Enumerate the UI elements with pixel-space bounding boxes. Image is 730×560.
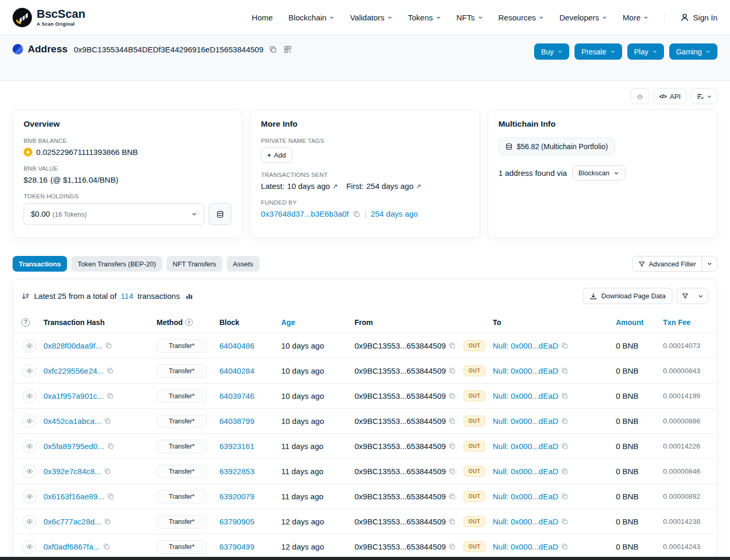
tab-nft-transfers[interactable]: NFT Transfers: [167, 256, 223, 272]
to-address-link[interactable]: Null: 0x000...dEaD: [493, 492, 558, 501]
to-address-link[interactable]: Null: 0x000...dEaD: [493, 467, 558, 476]
favorite-button[interactable]: ☆: [631, 88, 649, 104]
block-number-link[interactable]: 63920079: [219, 492, 255, 501]
copy-icon[interactable]: [561, 367, 568, 374]
method-badge[interactable]: Transfer*: [157, 490, 207, 503]
funded-by-address-link[interactable]: 0x37648d37...b3E6b3a0f: [261, 209, 349, 218]
tab-token-transfers-bep-20[interactable]: Token Transfers (BEP-20): [71, 256, 162, 272]
block-number-link[interactable]: 63790905: [219, 517, 255, 526]
to-address-link[interactable]: Null: 0x000...dEaD: [493, 442, 558, 451]
transaction-hash-link[interactable]: 0xa1f957a901c...: [43, 391, 104, 400]
advanced-filter-button[interactable]: Advanced Filter: [632, 256, 717, 272]
block-number-link[interactable]: 64038799: [219, 417, 255, 425]
transaction-hash-link[interactable]: 0x392e7c84c8...: [43, 467, 101, 476]
gaming-button[interactable]: Gaming: [669, 43, 717, 60]
method-badge[interactable]: Transfer*: [157, 465, 207, 478]
preview-transaction-button[interactable]: [23, 415, 36, 428]
method-badge[interactable]: Transfer*: [157, 339, 207, 353]
copy-icon[interactable]: [107, 443, 114, 450]
copy-icon[interactable]: [107, 493, 114, 500]
copy-icon[interactable]: [449, 468, 456, 475]
presale-button[interactable]: Presale: [574, 43, 622, 60]
copy-icon[interactable]: [107, 393, 114, 399]
preview-transaction-button[interactable]: [23, 389, 36, 403]
copy-icon[interactable]: [449, 367, 456, 374]
nav-item-tokens[interactable]: Tokens: [408, 13, 441, 22]
tab-assets[interactable]: Assets: [227, 256, 260, 272]
download-page-data-button[interactable]: Download Page Data: [583, 288, 672, 304]
preview-transaction-button[interactable]: [23, 515, 36, 529]
to-address-link[interactable]: Null: 0x000...dEaD: [493, 366, 558, 375]
method-info-icon[interactable]: ?: [185, 319, 193, 326]
funded-by-age-link[interactable]: 254 days ago: [371, 209, 418, 218]
to-address-link[interactable]: Null: 0x000...dEaD: [493, 417, 558, 425]
copy-icon[interactable]: [104, 518, 111, 525]
copy-icon[interactable]: [449, 443, 456, 450]
blockscan-dropdown[interactable]: Blockscan: [572, 165, 625, 181]
multichain-portfolio-button[interactable]: $56.82 (Multichain Portfolio): [499, 138, 615, 155]
copy-icon[interactable]: [104, 418, 111, 424]
copy-address-icon[interactable]: [268, 44, 278, 54]
block-number-link[interactable]: 63923161: [219, 442, 255, 451]
preview-transaction-button[interactable]: [23, 540, 36, 554]
copy-icon[interactable]: [449, 543, 456, 550]
method-badge[interactable]: Transfer*: [157, 415, 207, 428]
first-transaction-link[interactable]: First: 254 days ago ↗: [346, 182, 421, 191]
table-filter-button[interactable]: [677, 288, 709, 304]
chart-view-button[interactable]: [184, 290, 195, 301]
transaction-hash-link[interactable]: 0x828f00daa9f...: [43, 341, 102, 350]
wallet-button[interactable]: [208, 203, 231, 225]
method-badge[interactable]: Transfer*: [157, 540, 207, 554]
view-options-button[interactable]: [691, 88, 717, 104]
nav-item-developers[interactable]: Developers: [559, 13, 607, 22]
transaction-hash-link[interactable]: 0xf0adf6867fa...: [43, 542, 100, 551]
block-number-link[interactable]: 64040486: [219, 341, 255, 350]
copy-icon[interactable]: [561, 468, 568, 475]
to-address-link[interactable]: Null: 0x000...dEaD: [493, 391, 558, 400]
block-number-link[interactable]: 64039746: [219, 391, 255, 400]
sort-icon[interactable]: [21, 292, 30, 300]
copy-icon[interactable]: [561, 518, 568, 525]
column-txn-fee-toggle[interactable]: Txn Fee: [663, 318, 709, 327]
qr-code-icon[interactable]: [283, 44, 293, 54]
nav-item-nfts[interactable]: NFTs: [457, 13, 483, 22]
method-badge[interactable]: Transfer*: [157, 364, 207, 378]
nav-item-home[interactable]: Home: [252, 13, 273, 22]
copy-icon[interactable]: [561, 342, 568, 349]
nav-item-blockchain[interactable]: Blockchain: [289, 13, 335, 22]
tab-transactions[interactable]: Transactions: [13, 256, 67, 272]
transaction-hash-link[interactable]: 0x5fa89795ed0...: [43, 442, 104, 451]
copy-icon[interactable]: [561, 493, 568, 500]
block-number-link[interactable]: 64040284: [219, 366, 255, 375]
copy-icon[interactable]: [449, 393, 456, 399]
copy-icon[interactable]: [449, 518, 456, 525]
copy-icon[interactable]: [561, 443, 568, 450]
copy-icon[interactable]: [104, 468, 111, 475]
copy-icon[interactable]: [449, 418, 456, 424]
block-number-link[interactable]: 63790499: [219, 542, 255, 551]
transaction-count-link[interactable]: 114: [121, 292, 134, 300]
block-number-link[interactable]: 63922853: [219, 467, 255, 476]
nav-item-validators[interactable]: Validators: [350, 13, 392, 22]
copy-icon[interactable]: [561, 543, 568, 550]
advanced-filter-caret[interactable]: [702, 256, 717, 271]
copy-icon[interactable]: [449, 342, 456, 349]
method-badge[interactable]: Transfer*: [157, 389, 207, 403]
help-icon[interactable]: ?: [21, 318, 30, 327]
latest-transaction-link[interactable]: Latest: 10 days ago ↗: [261, 182, 338, 191]
copy-icon[interactable]: [561, 418, 568, 424]
to-address-link[interactable]: Null: 0x000...dEaD: [493, 517, 558, 526]
copy-icon[interactable]: [353, 210, 360, 218]
token-holdings-select[interactable]: $0.00(16 Tokens): [24, 203, 204, 225]
to-address-link[interactable]: Null: 0x000...dEaD: [493, 542, 558, 551]
to-address-link[interactable]: Null: 0x000...dEaD: [493, 341, 558, 350]
play-button[interactable]: Play: [627, 43, 664, 60]
api-button[interactable]: </> API: [654, 88, 687, 104]
sign-in-button[interactable]: Sign In: [680, 13, 717, 22]
preview-transaction-button[interactable]: [23, 339, 36, 353]
copy-icon[interactable]: [107, 367, 114, 374]
add-name-tag-button[interactable]: + Add: [261, 148, 292, 163]
preview-transaction-button[interactable]: [23, 364, 36, 378]
copy-icon[interactable]: [103, 543, 110, 550]
preview-transaction-button[interactable]: [23, 440, 36, 453]
